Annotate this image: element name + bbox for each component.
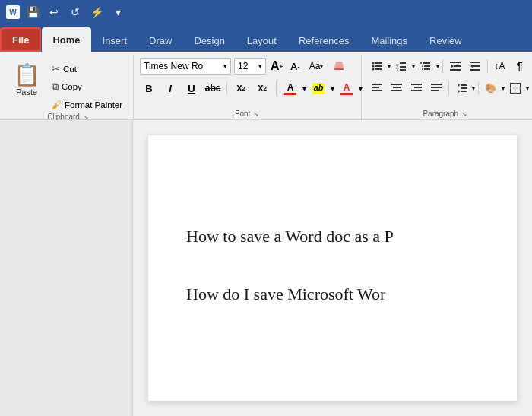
bold-button[interactable]: B bbox=[140, 80, 158, 97]
tab-mailings[interactable]: Mailings bbox=[360, 29, 418, 52]
tab-layout[interactable]: Layout bbox=[236, 29, 287, 52]
svg-rect-3 bbox=[375, 62, 382, 64]
format-painter-button[interactable]: 🖌 Format Painter bbox=[47, 97, 127, 113]
change-case-button[interactable]: Aa▾ bbox=[306, 58, 327, 75]
font-color-arrow[interactable]: ▾ bbox=[302, 84, 306, 93]
paragraph-expand-icon[interactable]: ↘ bbox=[461, 110, 467, 118]
title-bar: W 💾 ↩ ↺ ⚡ ▾ bbox=[0, 0, 532, 24]
undo-button[interactable]: ↩ bbox=[46, 4, 62, 21]
tab-design[interactable]: Design bbox=[183, 29, 235, 52]
decrease-indent-button[interactable] bbox=[446, 58, 464, 75]
highlight-bar bbox=[312, 92, 325, 94]
align-left-button[interactable] bbox=[368, 80, 386, 97]
svg-rect-37 bbox=[431, 84, 442, 85]
svg-rect-17 bbox=[424, 65, 430, 67]
bullets-arrow[interactable]: ▾ bbox=[388, 63, 391, 70]
numbering-icon: 1. 2. 3. bbox=[396, 61, 407, 71]
highlight-color-button[interactable]: ab bbox=[309, 80, 328, 97]
tab-insert[interactable]: Insert bbox=[92, 29, 138, 52]
borders-button[interactable] bbox=[506, 80, 524, 97]
document-text-1: How to save a Word doc as a P bbox=[186, 227, 479, 246]
font-color-bar bbox=[284, 93, 296, 95]
svg-point-16 bbox=[422, 65, 423, 67]
cut-button[interactable]: ✂ Cut bbox=[47, 61, 127, 77]
svg-rect-5 bbox=[375, 65, 382, 67]
paste-icon: 📋 bbox=[14, 65, 40, 86]
tab-file[interactable]: File bbox=[0, 27, 41, 52]
svg-rect-45 bbox=[510, 83, 521, 94]
align-center-button[interactable] bbox=[388, 80, 406, 97]
font-row2: B I U abc X2 X2 A ▾ ab ▾ A bbox=[140, 80, 363, 97]
font-name-select[interactable]: Times New Ro ▾ bbox=[140, 58, 231, 75]
copy-button[interactable]: ⧉ Copy bbox=[47, 78, 127, 95]
tab-draw[interactable]: Draw bbox=[138, 29, 182, 52]
word-icon: W bbox=[6, 5, 20, 19]
font-name-dropdown-arrow: ▾ bbox=[223, 62, 227, 70]
svg-point-4 bbox=[372, 65, 374, 68]
align-right-button[interactable] bbox=[407, 80, 426, 97]
bullets-icon bbox=[372, 61, 382, 71]
font-shrink-button[interactable]: A- bbox=[287, 59, 302, 74]
font-color2-bar bbox=[340, 93, 353, 95]
paste-button[interactable]: 📋 Paste bbox=[9, 58, 44, 103]
font-size-dropdown-arrow: ▾ bbox=[258, 62, 262, 70]
font-color2-button[interactable]: A bbox=[337, 80, 356, 97]
multilevel-icon bbox=[420, 61, 431, 71]
show-marks-button[interactable]: ¶ bbox=[511, 58, 529, 75]
svg-rect-21 bbox=[450, 62, 461, 63]
svg-rect-25 bbox=[470, 62, 480, 63]
multilevel-list-button[interactable] bbox=[416, 58, 435, 75]
strikethrough-button[interactable]: abc bbox=[204, 80, 222, 97]
justify-button[interactable] bbox=[427, 80, 445, 97]
line-spacing-button[interactable] bbox=[452, 80, 470, 97]
bullets-button[interactable] bbox=[368, 58, 386, 75]
increase-indent-button[interactable] bbox=[466, 58, 484, 75]
svg-rect-7 bbox=[375, 68, 382, 70]
main-area: How to save a Word doc as a P How do I s… bbox=[0, 120, 532, 416]
tab-review[interactable]: Review bbox=[419, 29, 473, 52]
superscript-button[interactable]: X2 bbox=[253, 80, 271, 97]
font-sep1 bbox=[226, 81, 227, 95]
shading-button[interactable]: 🎨 bbox=[482, 80, 500, 97]
clipboard-expand-icon[interactable]: ↘ bbox=[83, 113, 89, 121]
font-color-button[interactable]: A bbox=[281, 80, 299, 97]
svg-rect-32 bbox=[393, 87, 401, 88]
borders-arrow[interactable]: ▾ bbox=[526, 85, 529, 92]
ribbon-tabs: File Home Insert Draw Design Layout Refe… bbox=[0, 24, 532, 52]
svg-rect-28 bbox=[372, 84, 382, 85]
clear-formatting-button[interactable] bbox=[330, 58, 348, 75]
svg-text:3.: 3. bbox=[396, 68, 399, 71]
quick-access-dropdown[interactable]: ▾ bbox=[109, 4, 126, 21]
font-grow-button[interactable]: A+ bbox=[269, 59, 284, 74]
underline-button[interactable]: U bbox=[182, 80, 201, 97]
borders-icon bbox=[510, 83, 521, 94]
shading-arrow[interactable]: ▾ bbox=[502, 85, 505, 92]
numbering-arrow[interactable]: ▾ bbox=[412, 63, 415, 70]
document-area[interactable]: How to save a Word doc as a P How do I s… bbox=[133, 120, 532, 416]
font-sep2 bbox=[276, 81, 277, 95]
font-size-select[interactable]: 12 ▾ bbox=[234, 58, 266, 75]
svg-rect-22 bbox=[454, 65, 461, 67]
italic-button[interactable]: I bbox=[161, 80, 179, 97]
svg-rect-13 bbox=[400, 69, 406, 71]
tab-references[interactable]: References bbox=[288, 29, 359, 52]
redo-button[interactable]: ↺ bbox=[67, 4, 84, 21]
decrease-indent-icon bbox=[450, 61, 461, 71]
sort-button[interactable]: ↕A bbox=[491, 58, 509, 75]
accessibility-button[interactable]: ⚡ bbox=[88, 4, 105, 21]
svg-rect-9 bbox=[400, 62, 406, 64]
para-sep4 bbox=[478, 81, 479, 95]
clipboard-group: 📋 Paste ✂ Cut ⧉ Copy 🖌 Format Painter bbox=[3, 55, 134, 119]
subscript-button[interactable]: X2 bbox=[232, 80, 250, 97]
svg-marker-20 bbox=[451, 64, 454, 68]
line-spacing-arrow[interactable]: ▾ bbox=[472, 85, 475, 92]
tab-home[interactable]: Home bbox=[42, 27, 90, 52]
font-expand-icon[interactable]: ↘ bbox=[253, 110, 259, 118]
left-panel bbox=[0, 120, 133, 416]
svg-rect-43 bbox=[461, 87, 467, 89]
numbering-button[interactable]: 1. 2. 3. bbox=[392, 58, 410, 75]
save-button[interactable]: 💾 bbox=[24, 4, 41, 21]
highlight-arrow[interactable]: ▾ bbox=[331, 84, 334, 93]
multilevel-arrow[interactable]: ▾ bbox=[436, 63, 439, 70]
font-group: Times New Ro ▾ 12 ▾ A+ A- Aa▾ bbox=[134, 55, 362, 119]
